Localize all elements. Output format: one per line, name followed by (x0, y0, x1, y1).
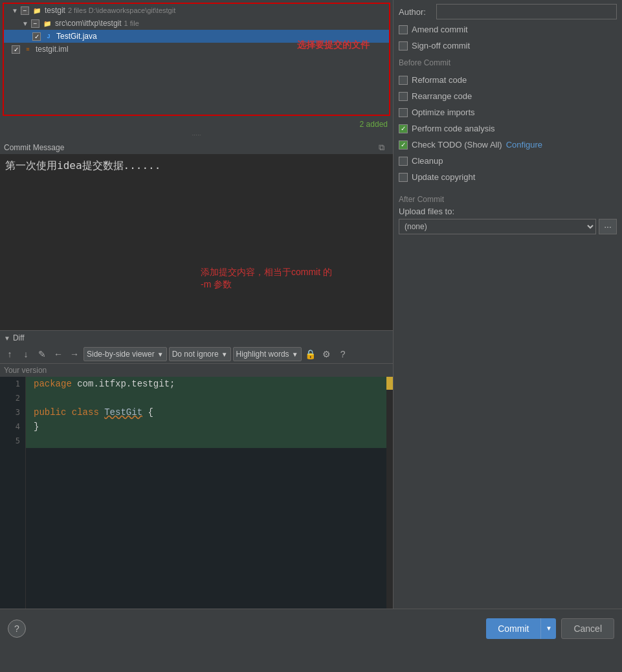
diff-collapse-icon[interactable]: ▼ (4, 335, 10, 342)
folder-icon: 📁 (32, 5, 42, 16)
diff-code-line-1: package com.itfxp.testgit; (26, 377, 386, 391)
perform-analysis-label[interactable]: Perform code analysis (412, 124, 495, 133)
upload-more-btn[interactable]: ··· (599, 219, 617, 234)
diff-line-5: 5 (0, 434, 25, 448)
iml-file-label: testgit.iml (36, 45, 69, 54)
diff-edit-btn[interactable]: ✎ (35, 347, 49, 361)
cancel-button[interactable]: Cancel (561, 618, 614, 639)
commit-message-input[interactable]: 第一次使用idea提交数据...... (0, 154, 393, 330)
commit-message-section: Commit Message ⧉ 第一次使用idea提交数据...... 添加提… (0, 140, 393, 330)
commit-message-header: Commit Message ⧉ (0, 140, 393, 154)
diff-code-line-empty (26, 448, 386, 462)
diff-forward-btn[interactable]: → (67, 347, 82, 361)
amend-commit-label[interactable]: Amend commit (412, 25, 468, 34)
rearrange-code-checkbox[interactable] (399, 92, 408, 101)
file-tree-src[interactable]: ▼ 📁 src\com\itfxp\testgit 1 file (4, 17, 389, 30)
optimize-imports-label[interactable]: Optimize imports (412, 107, 475, 117)
diff-ignore-label: Do not ignore (172, 350, 219, 359)
diff-settings-btn[interactable]: ⚙ (320, 347, 334, 361)
files-added-bar: 2 added (0, 118, 393, 130)
diff-highlight-label: Highlight words (236, 350, 289, 359)
check-todo-checkbox[interactable] (399, 140, 408, 150)
diff-header: ▼ Diff (0, 331, 393, 345)
sign-off-label[interactable]: Sign-off commit (412, 41, 470, 50)
iml-checkbox[interactable] (12, 45, 20, 54)
diff-highlight-arrow: ▼ (292, 351, 298, 358)
diff-lock-btn[interactable]: 🔒 (304, 347, 318, 361)
diff-title: ▼ Diff (4, 333, 25, 342)
commit-message-label: Commit Message (4, 143, 64, 152)
commit-dropdown-arrow: ▼ (546, 625, 552, 632)
root-label: testgit (45, 6, 65, 15)
file-tree-section: ▼ 📁 testgit 2 files D:\ideaworkspace\git… (3, 3, 390, 116)
select-files-label: 选择要提交的文件 (297, 39, 370, 51)
diff-section: ▼ Diff ↑ ↓ ✎ ← → Side-by-side viewer ▼ (0, 330, 393, 609)
optimize-imports-checkbox[interactable] (399, 108, 408, 117)
sign-off-row: Sign-off commit (399, 39, 617, 52)
rearrange-code-row: Rearrange code (399, 90, 617, 102)
configure-link[interactable]: Configure (506, 140, 542, 150)
diff-gutter: 1 2 3 4 5 (0, 377, 26, 609)
diff-code-line-4: } (26, 420, 386, 434)
diff-down-btn[interactable]: ↓ (19, 347, 33, 361)
cleanup-row: Cleanup (399, 155, 617, 167)
bottom-right-buttons: Commit ▼ Cancel (486, 618, 614, 639)
diff-scrollbar[interactable] (386, 377, 393, 609)
reformat-code-label[interactable]: Reformat code (412, 75, 467, 85)
diff-ignore-dropdown[interactable]: Do not ignore ▼ (169, 347, 231, 361)
reformat-code-checkbox[interactable] (399, 76, 408, 85)
files-added-count: 2 added (360, 120, 388, 129)
diff-code-line-3: public class TestGit { (26, 405, 386, 420)
diff-version-label: Your version (0, 364, 393, 377)
diff-back-btn[interactable]: ← (51, 347, 65, 361)
diff-up-btn[interactable]: ↑ (3, 347, 17, 361)
update-copyright-row: Update copyright (399, 171, 617, 183)
author-input[interactable] (436, 4, 617, 19)
author-label: Author: (399, 7, 431, 17)
sign-off-checkbox[interactable] (399, 41, 408, 50)
upload-select[interactable]: (none) (399, 219, 596, 234)
diff-toolbar: ↑ ↓ ✎ ← → Side-by-side viewer ▼ Do not i… (0, 345, 393, 364)
src-meta: 1 file (124, 19, 139, 27)
java-checkbox[interactable] (32, 32, 41, 41)
iml-file-icon: ≡ (23, 44, 33, 54)
diff-code-area: package com.itfxp.testgit; public class … (26, 377, 386, 609)
diff-viewer-dropdown[interactable]: Side-by-side viewer ▼ (83, 347, 167, 361)
java-file-label: TestGit.java (56, 32, 97, 41)
diff-line-1: 1 (0, 377, 25, 391)
diff-line-2: 2 (0, 391, 25, 405)
cleanup-label[interactable]: Cleanup (412, 156, 443, 166)
optimize-imports-row: Optimize imports (399, 106, 617, 118)
drag-handle[interactable]: ····· (0, 130, 393, 140)
diff-viewer-arrow: ▼ (157, 351, 164, 358)
diff-highlight-dropdown[interactable]: Highlight words ▼ (233, 347, 302, 361)
cleanup-checkbox[interactable] (399, 157, 408, 166)
amend-commit-row: Amend commit (399, 23, 617, 36)
amend-commit-checkbox[interactable] (399, 25, 408, 34)
check-todo-label[interactable]: Check TODO (Show All) (412, 140, 502, 150)
reformat-code-row: Reformat code (399, 74, 617, 86)
file-tree-root[interactable]: ▼ 📁 testgit 2 files D:\ideaworkspace\git… (4, 4, 389, 17)
bottom-bar: ? Commit ▼ Cancel (0, 609, 622, 647)
root-meta: 2 files D:\ideaworkspace\git\testgit (68, 6, 175, 14)
diff-help-btn[interactable]: ? (336, 347, 350, 361)
commit-button[interactable]: Commit (486, 618, 540, 639)
after-commit-section: After Commit Upload files to: (none) ··· (399, 192, 617, 234)
author-row: Author: (399, 4, 617, 19)
rearrange-code-label[interactable]: Rearrange code (412, 91, 472, 101)
commit-dropdown-button[interactable]: ▼ (540, 618, 556, 639)
commit-message-copy-icon[interactable]: ⧉ (379, 142, 389, 153)
update-copyright-checkbox[interactable] (399, 173, 408, 182)
diff-viewer-label: Side-by-side viewer (87, 350, 155, 359)
help-button[interactable]: ? (8, 620, 26, 638)
perform-analysis-checkbox[interactable] (399, 124, 408, 133)
src-checkbox[interactable] (31, 19, 39, 28)
root-checkbox[interactable] (21, 6, 29, 15)
diff-content: 1 2 3 4 5 package com.itfxp.testgit; pub… (0, 377, 393, 609)
src-label: src\com\itfxp\testgit (55, 19, 122, 28)
java-file-icon: J (43, 31, 54, 41)
diff-title-text: Diff (13, 333, 25, 342)
diff-line-4: 4 (0, 420, 25, 434)
update-copyright-label[interactable]: Update copyright (412, 172, 475, 182)
before-commit-title: Before Commit (399, 58, 617, 67)
